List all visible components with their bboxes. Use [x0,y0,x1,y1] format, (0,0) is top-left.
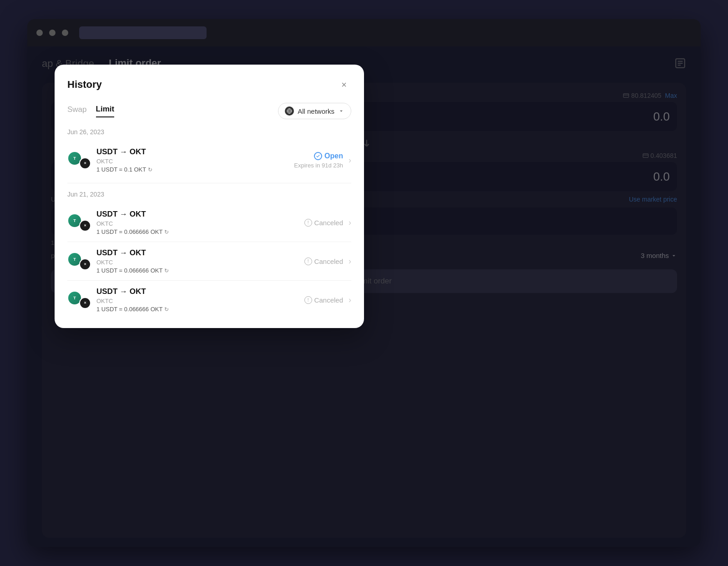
history-modal: History × Swap Limit All networks [55,65,364,328]
tx-pair: USDT → OKT [96,287,304,296]
tx-pair: USDT → OKT [96,147,294,157]
tabs-row: Swap Limit All networks [67,103,351,119]
table-row[interactable]: T ✕ USDT → OKT OKTC 1 USDT = 0.066666 OK… [67,281,351,319]
tx-status: ! Canceled [304,296,343,304]
refresh-icon[interactable]: ↻ [148,167,152,173]
tx-status: Open Expires in 91d 23h [294,152,343,169]
tx-details: USDT → OKT OKTC 1 USDT = 0.066666 OKT ↻ [96,210,304,235]
chevron-right-icon: › [349,295,351,305]
close-button[interactable]: × [337,77,351,92]
refresh-icon[interactable]: ↻ [164,306,169,313]
token-icons: T ✕ [67,291,91,309]
tab-swap[interactable]: Swap [67,105,87,117]
status-canceled: ! Canceled [304,296,343,304]
tx-rate: 1 USDT = 0.066666 OKT ↻ [96,267,304,274]
status-open: Open [314,152,343,160]
tabs-left: Swap Limit [67,105,114,117]
canceled-status-icon: ! [304,258,312,265]
tx-network: OKTC [96,298,304,304]
section-divider [67,183,351,183]
app-background: ap & Bridge Limit order 80.8124 [27,46,701,547]
tx-rate: 1 USDT = 0.066666 OKT ↻ [96,306,304,313]
browser-window: ap & Bridge Limit order 80.8124 [27,19,701,547]
token-icons: T ✕ [67,213,91,232]
tx-status: ! Canceled [304,258,343,265]
okt-icon-small: ✕ [79,258,91,270]
all-networks-dropdown[interactable]: All networks [278,103,351,119]
okt-icon-small: ✕ [79,297,91,309]
date-jun21: Jun 21, 2023 [67,191,351,198]
table-row[interactable]: T ✕ USDT → OKT OKTC 1 USDT = 0.066666 OK… [67,242,351,281]
networks-label: All networks [298,107,334,115]
refresh-icon[interactable]: ↻ [164,268,169,274]
okt-icon-small: ✕ [79,157,91,169]
tx-network: OKTC [96,259,304,266]
browser-chrome [27,19,701,46]
networks-icon [285,106,294,116]
open-status-icon [314,152,322,160]
modal-header: History × [67,77,351,92]
browser-dot-yellow [49,30,56,36]
token-icons: T ✕ [67,151,91,169]
canceled-status-icon: ! [304,296,312,304]
date-jun26: Jun 26, 2023 [67,128,351,136]
canceled-status-icon: ! [304,219,312,227]
chevron-right-icon: › [349,156,351,165]
refresh-icon[interactable]: ↻ [164,229,169,235]
table-row[interactable]: T ✕ USDT → OKT OKTC 1 USDT = 0.066666 OK… [67,203,351,242]
chevron-right-icon: › [349,257,351,266]
chevron-down-icon [338,108,344,114]
table-row[interactable]: T ✕ USDT → OKT OKTC 1 USDT = 0.1 OKT ↻ [67,141,351,179]
status-canceled: ! Canceled [304,258,343,265]
browser-dot-green [62,30,68,36]
tx-network: OKTC [96,220,304,227]
tx-pair: USDT → OKT [96,248,304,258]
okt-icon-small: ✕ [79,220,91,232]
chevron-right-icon: › [349,218,351,227]
token-icons: T ✕ [67,252,91,270]
status-canceled: ! Canceled [304,219,343,227]
address-bar[interactable] [79,26,207,39]
tab-limit[interactable]: Limit [96,105,115,117]
tx-status: ! Canceled [304,219,343,227]
tx-network: OKTC [96,158,294,165]
expires-text: Expires in 91d 23h [294,162,343,169]
section-jun26: Jun 26, 2023 T ✕ USDT → OKT OKTC 1 USDT … [67,128,351,179]
browser-dot-red [36,30,43,36]
modal-title: History [67,79,102,91]
section-jun21: Jun 21, 2023 T ✕ USDT → OKT OKTC 1 USDT … [67,191,351,319]
tx-details: USDT → OKT OKTC 1 USDT = 0.1 OKT ↻ [96,147,294,173]
tx-details: USDT → OKT OKTC 1 USDT = 0.066666 OKT ↻ [96,287,304,313]
tx-rate: 1 USDT = 0.1 OKT ↻ [96,166,294,173]
tx-details: USDT → OKT OKTC 1 USDT = 0.066666 OKT ↻ [96,248,304,274]
tx-rate: 1 USDT = 0.066666 OKT ↻ [96,228,304,235]
tx-pair: USDT → OKT [96,210,304,219]
